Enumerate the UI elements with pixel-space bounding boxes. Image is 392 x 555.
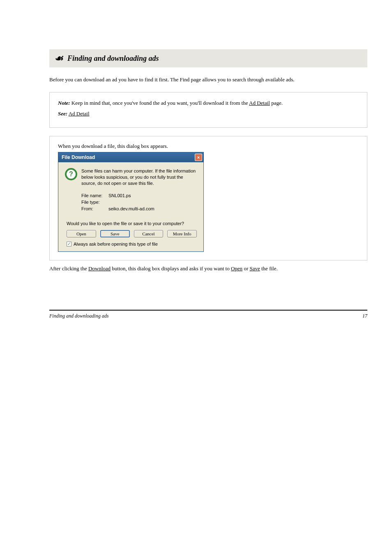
checkbox-label: Always ask before opening this type of f… (74, 242, 158, 246)
section-header: ☙ Finding and downloading ads (49, 49, 367, 67)
save-button[interactable]: Save (100, 230, 130, 237)
dialog-button-row: Open Save Cancel More Info (67, 230, 197, 237)
dialog-figure: When you download a file, this dialog bo… (49, 136, 367, 260)
question-icon: ? (65, 168, 77, 180)
cancel-button[interactable]: Cancel (134, 230, 164, 237)
page-number: 17 (362, 313, 367, 319)
note-box: Note: Keep in mind that, once you've fou… (49, 92, 367, 128)
filetype-label: File type: (81, 200, 108, 205)
close-button[interactable]: × (195, 154, 202, 161)
dialog-title: File Download (62, 154, 95, 160)
note-link-ad-detail: Ad Detail (249, 100, 270, 106)
checkbox-icon[interactable]: ✓ (67, 242, 71, 246)
more-info-button[interactable]: More Info (167, 230, 197, 237)
page-footer: Finding and downloading ads 17 (49, 310, 367, 319)
dialog-titlebar: File Download × (58, 152, 203, 162)
note-text-a: Keep in mind that, once you've found the… (71, 100, 249, 106)
dialog-prompt: Would you like to open the file or save … (67, 221, 197, 226)
from-value: seiko.dev.multi-ad.com (108, 206, 154, 211)
open-word: Open (231, 265, 242, 272)
section-title: Finding and downloading ads (67, 54, 159, 63)
dialog-caption: When you download a file, this dialog bo… (58, 143, 359, 150)
file-info-rows: File name: SNL001.ps File type: From: se… (81, 193, 197, 211)
footer-left: Finding and downloading ads (49, 313, 108, 319)
filename-value: SNL001.ps (108, 193, 131, 198)
note-label: Note: (58, 100, 70, 106)
file-download-dialog: File Download × ? Some files can harm yo… (58, 152, 204, 252)
filename-label: File name: (81, 193, 108, 198)
open-button[interactable]: Open (67, 230, 96, 237)
warning-text: Some files can harm your computer. If th… (81, 168, 197, 187)
note-text-c: page. (270, 100, 283, 106)
after-dialog-text: After clicking the Download button, this… (49, 265, 367, 273)
see-label: See: (58, 111, 67, 117)
download-word: Download (88, 265, 111, 272)
intro-text: Before you can download an ad you have t… (49, 76, 367, 84)
always-ask-checkbox-row[interactable]: ✓ Always ask before opening this type of… (67, 242, 197, 246)
flourish-icon: ☙ (54, 53, 63, 64)
save-word: Save (249, 265, 260, 272)
see-link-ad-detail[interactable]: Ad Detail (69, 111, 90, 117)
from-label: From: (81, 206, 108, 211)
